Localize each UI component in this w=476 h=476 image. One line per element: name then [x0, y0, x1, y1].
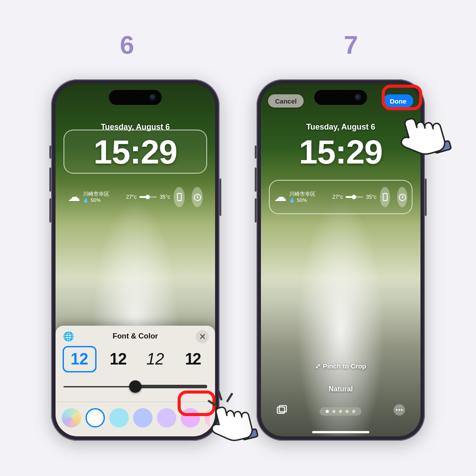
slider-knob[interactable]: [129, 380, 141, 393]
done-button[interactable]: Done: [383, 94, 414, 108]
phone-step-7: Cancel Done Tuesday, August 6 15:29 ☁︎ 川…: [257, 79, 425, 441]
svg-rect-5: [242, 429, 258, 440]
dynamic-island: [314, 90, 367, 105]
font-option-1[interactable]: 12: [63, 346, 97, 372]
pager-dot: [339, 410, 342, 413]
temperature-range: 27°c 35°c: [332, 194, 376, 200]
lockscreen-step-7: Cancel Done Tuesday, August 6 15:29 ☁︎ 川…: [261, 84, 420, 436]
close-icon[interactable]: ✕: [196, 330, 209, 343]
color-swatch-cyan[interactable]: [109, 408, 129, 428]
font-option-2[interactable]: 12: [103, 346, 134, 372]
mute-switch: [255, 145, 257, 159]
pager-dot: [332, 410, 335, 413]
color-swatch-white[interactable]: [86, 408, 105, 428]
lockscreen-time: 15:29: [93, 133, 177, 171]
svg-line-3: [219, 391, 221, 399]
color-swatches: [61, 408, 210, 428]
phone-step-6: Tuesday, August 6 15:29 ☁︎ 川崎市幸区 💧 50% 2…: [51, 79, 219, 441]
temp-low: 27°c: [126, 194, 137, 200]
home-indicator: [312, 431, 369, 433]
widgets-row[interactable]: ☁︎ 川崎市幸区 💧 50% 27°c 35°c: [63, 180, 207, 214]
photos-icon[interactable]: [276, 404, 287, 418]
time-widget: 15:29: [269, 130, 413, 174]
svg-point-13: [401, 409, 403, 411]
sheet-divider: [56, 402, 215, 402]
svg-rect-14: [433, 141, 451, 153]
sheet-title: Font & Color: [113, 332, 158, 340]
bottom-toolbar: [261, 404, 420, 419]
step-6-label: 6: [120, 30, 134, 60]
svg-point-11: [396, 409, 398, 411]
tap-burst-lines: [205, 388, 240, 419]
pager-dot: [346, 410, 349, 413]
temp-high: 35°c: [160, 194, 170, 200]
mute-switch: [49, 145, 51, 159]
weather-humidity: 50%: [91, 197, 101, 203]
svg-rect-0: [177, 193, 181, 201]
volume-up: [255, 167, 257, 192]
cancel-button[interactable]: Cancel: [268, 94, 304, 108]
pinch-to-crop-hint: Pinch to Crop: [261, 362, 420, 370]
color-swatch-lavender[interactable]: [157, 408, 176, 428]
color-swatch-blue[interactable]: [133, 408, 152, 428]
volume-up: [49, 167, 51, 192]
globe-icon[interactable]: 🌐: [63, 331, 74, 342]
rotation-lock-widget[interactable]: [174, 187, 185, 207]
cloud-rain-icon: ☁︎: [68, 191, 80, 203]
more-icon[interactable]: [393, 404, 405, 419]
font-color-sheet: 🌐 Font & Color ✕ 12 12 12 12: [56, 326, 215, 436]
time-widget-frame[interactable]: 15:29: [63, 130, 207, 174]
pager-dot: [326, 410, 329, 413]
lockscreen-time: 15:29: [299, 133, 382, 171]
weight-slider[interactable]: [63, 380, 207, 393]
humidity-icon: 💧: [83, 197, 89, 203]
cloud-rain-icon: ☁︎: [274, 191, 286, 203]
color-swatch-purple[interactable]: [181, 408, 200, 428]
timer-widget[interactable]: [397, 187, 407, 207]
pager-dot: [352, 410, 355, 413]
volume-down: [49, 198, 51, 223]
svg-line-2: [209, 401, 216, 405]
weather-location: 川崎市幸区: [83, 191, 109, 197]
sheet-header: 🌐 Font & Color ✕: [61, 332, 210, 341]
rotation-lock-widget[interactable]: [380, 187, 390, 207]
weather-widget[interactable]: ☁︎ 川崎市幸区 💧 50%: [68, 191, 125, 204]
timer-widget[interactable]: [192, 187, 203, 207]
svg-rect-8: [277, 407, 284, 413]
font-option-4[interactable]: 12: [177, 346, 208, 372]
svg-rect-6: [383, 193, 387, 201]
dynamic-island: [109, 90, 162, 105]
font-option-3[interactable]: 12: [140, 346, 171, 372]
svg-rect-9: [279, 405, 286, 412]
filter-name: Natural: [261, 385, 420, 393]
pager[interactable]: [320, 407, 361, 416]
power-button: [219, 178, 221, 216]
svg-line-4: [227, 394, 232, 401]
font-options-row: 12 12 12 12: [61, 346, 210, 372]
volume-down: [255, 198, 257, 223]
temp-low: 27°c: [332, 194, 343, 200]
weather-location: 川崎市幸区: [289, 191, 316, 197]
power-button: [425, 178, 427, 216]
step-7-label: 7: [344, 30, 358, 60]
temperature-range: 27°c 35°c: [126, 194, 170, 200]
widgets-row[interactable]: ☁︎ 川崎市幸区 💧 50% 27°c 35°c: [269, 180, 413, 214]
humidity-icon: 💧: [289, 197, 295, 203]
svg-point-12: [398, 409, 400, 411]
lockscreen-step-6: Tuesday, August 6 15:29 ☁︎ 川崎市幸区 💧 50% 2…: [56, 84, 215, 436]
weather-humidity: 50%: [297, 197, 307, 203]
color-swatch-spectrum[interactable]: [62, 408, 81, 428]
temp-high: 35°c: [366, 194, 376, 200]
weather-widget[interactable]: ☁︎ 川崎市幸区 💧 50%: [274, 191, 331, 204]
